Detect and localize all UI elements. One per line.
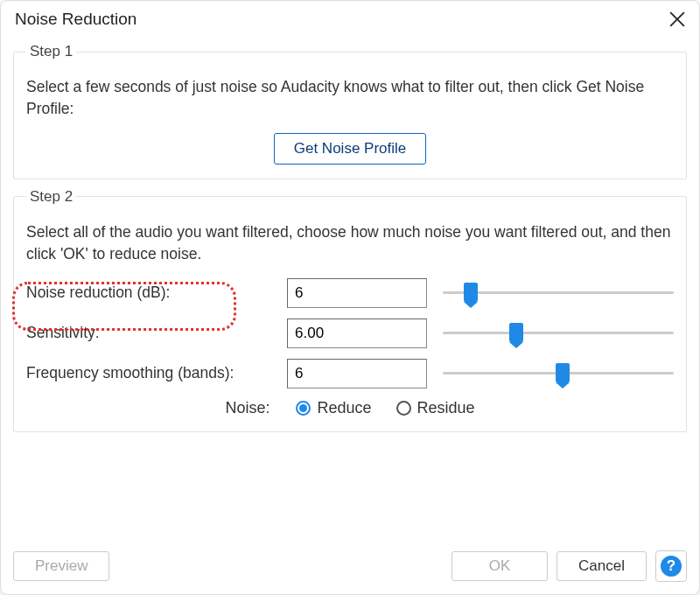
preview-button[interactable]: Preview xyxy=(13,551,109,581)
step2-legend: Step 2 xyxy=(26,188,76,206)
sensitivity-slider[interactable] xyxy=(443,325,674,342)
radio-reduce[interactable]: Reduce xyxy=(296,399,371,417)
radio-dot-icon xyxy=(299,404,307,412)
freq-smoothing-label: Frequency smoothing (bands): xyxy=(26,364,271,382)
radio-reduce-label: Reduce xyxy=(317,399,371,417)
dialog-content: Step 1 Select a few seconds of just nois… xyxy=(1,34,699,542)
slider-track xyxy=(443,372,674,374)
get-noise-profile-button[interactable]: Get Noise Profile xyxy=(274,133,427,164)
slider-thumb[interactable] xyxy=(464,283,478,302)
radio-circle-icon xyxy=(296,401,311,416)
dialog-title: Noise Reduction xyxy=(15,10,136,29)
noise-reduction-slider[interactable] xyxy=(443,284,674,302)
radio-residue[interactable]: Residue xyxy=(396,399,475,417)
slider-thumb[interactable] xyxy=(509,323,523,342)
titlebar: Noise Reduction xyxy=(1,1,699,34)
noise-reduction-dialog: Noise Reduction Step 1 Select a few seco… xyxy=(0,0,700,595)
noise-reduction-label: Noise reduction (dB): xyxy=(26,284,271,302)
param-row-noise-reduction: Noise reduction (dB): xyxy=(26,278,674,308)
slider-thumb[interactable] xyxy=(556,363,570,382)
help-icon: ? xyxy=(661,556,682,577)
step2-group: Step 2 Select all of the audio you want … xyxy=(13,188,687,432)
cancel-button[interactable]: Cancel xyxy=(556,551,647,581)
ok-button[interactable]: OK xyxy=(452,551,548,581)
noise-reduction-input[interactable] xyxy=(287,278,427,308)
radio-circle-icon xyxy=(396,401,411,416)
step1-legend: Step 1 xyxy=(26,43,76,60)
noise-mode-label: Noise: xyxy=(225,399,270,417)
param-row-sensitivity: Sensitivity: xyxy=(26,318,674,348)
noise-mode-radio-group: Noise: Reduce Residue xyxy=(26,399,674,417)
freq-smoothing-slider[interactable] xyxy=(443,365,674,382)
sensitivity-label: Sensitivity: xyxy=(26,324,271,342)
help-button[interactable]: ? xyxy=(655,550,687,582)
step2-instructions: Select all of the audio you want filtere… xyxy=(26,221,674,266)
sensitivity-input[interactable] xyxy=(287,318,427,348)
radio-residue-label: Residue xyxy=(417,399,475,417)
slider-track xyxy=(443,332,674,334)
param-row-freq-smoothing: Frequency smoothing (bands): xyxy=(26,359,674,388)
slider-track xyxy=(443,291,674,294)
dialog-footer: Preview OK Cancel ? xyxy=(1,542,699,594)
freq-smoothing-input[interactable] xyxy=(287,359,427,388)
close-icon[interactable] xyxy=(669,11,685,27)
step1-group: Step 1 Select a few seconds of just nois… xyxy=(13,43,687,179)
step1-instructions: Select a few seconds of just noise so Au… xyxy=(26,76,674,121)
